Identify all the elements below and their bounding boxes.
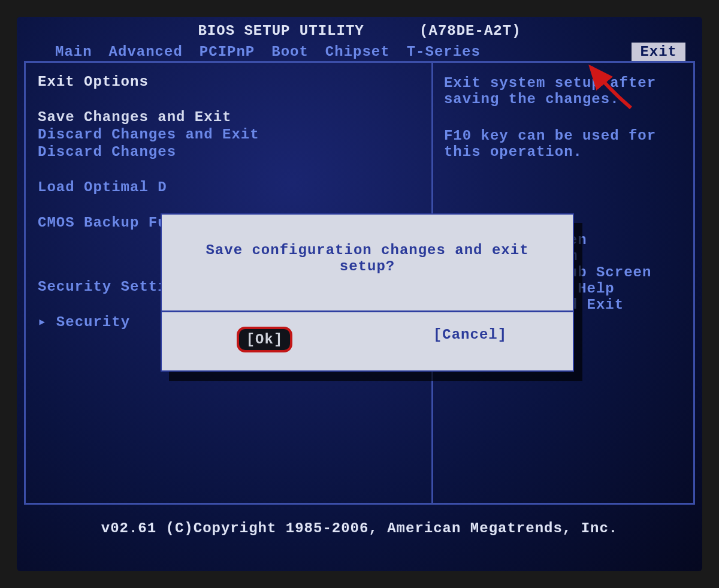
tab-exit[interactable]: Exit — [632, 43, 685, 61]
ok-button-label: [Ok] — [244, 331, 286, 348]
board-model: (A78DE-A2T) — [419, 23, 521, 39]
menu-tabs: Main Advanced PCIPnP Boot Chipset T-Seri… — [17, 43, 702, 61]
copyright-footer: v02.61 (C)Copyright 1985-2006, American … — [17, 520, 702, 536]
dialog-message: Save configuration changes and exit setu… — [162, 215, 573, 312]
title-bar: BIOS SETUP UTILITY (A78DE-A2T) — [17, 17, 702, 43]
submenu-security-label: Security — [56, 314, 130, 330]
bios-screen: BIOS SETUP UTILITY (A78DE-A2T) Main Adva… — [17, 17, 702, 571]
help-line-1: Exit system setup after saving the chang… — [444, 75, 682, 107]
bios-title: BIOS SETUP UTILITY — [198, 23, 364, 39]
tab-chipset[interactable]: Chipset — [317, 43, 398, 61]
ok-button[interactable]: [Ok] — [237, 327, 293, 352]
option-save-changes-and-exit[interactable]: Save Changes and Exit — [38, 109, 419, 125]
help-text: Exit system setup after saving the chang… — [444, 75, 682, 107]
cancel-button[interactable]: [Cancel] — [433, 327, 507, 343]
confirm-dialog: Save configuration changes and exit setu… — [161, 213, 574, 372]
tab-advanced[interactable]: Advanced — [101, 43, 191, 61]
option-discard-changes[interactable]: Discard Changes — [38, 144, 419, 160]
tab-main[interactable]: Main — [47, 43, 101, 61]
help-line-2: F10 key can be used for this operation. — [444, 128, 682, 160]
section-heading: Exit Options — [38, 74, 419, 90]
tab-pcipnp[interactable]: PCIPnP — [191, 43, 263, 61]
submenu-arrow-icon: ▸ — [38, 314, 47, 330]
tab-boot[interactable]: Boot — [263, 43, 317, 61]
tab-tseries[interactable]: T-Series — [398, 43, 489, 61]
annotation-arrow-icon — [580, 60, 640, 114]
help-text-2: F10 key can be used for this operation. — [444, 128, 682, 160]
option-load-optimal-defaults[interactable]: Load Optimal D — [38, 179, 419, 195]
option-discard-changes-and-exit[interactable]: Discard Changes and Exit — [38, 126, 419, 143]
